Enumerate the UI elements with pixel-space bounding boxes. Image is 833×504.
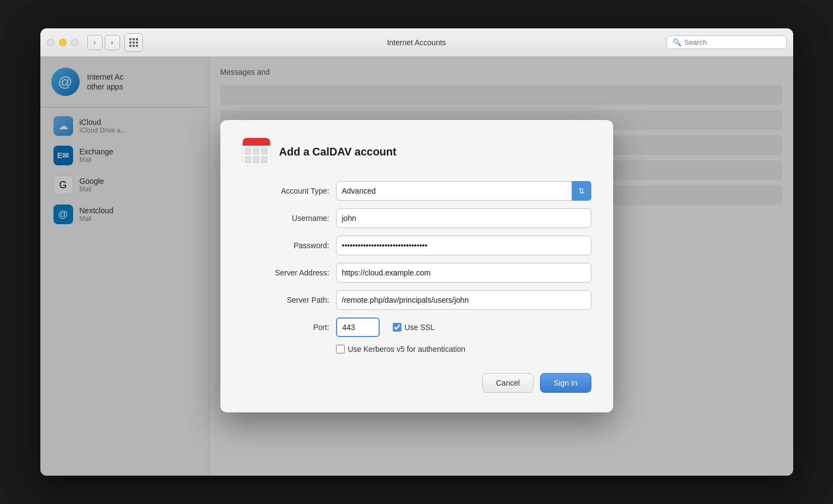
- titlebar: ‹ › Internet Accounts 🔍: [40, 28, 793, 57]
- use-ssl-label: Use SSL: [405, 323, 435, 332]
- account-type-label: Account Type:: [242, 187, 329, 195]
- kerberos-row: Use Kerberos v5 for authentication: [336, 345, 591, 353]
- account-type-select-wrapper: Advanced ⇅: [336, 181, 591, 201]
- server-address-label: Server Address:: [242, 268, 329, 277]
- modal-dialog: Add a CalDAV account Account Type: Advan…: [220, 120, 613, 412]
- username-row: Username:: [242, 208, 591, 228]
- forward-button[interactable]: ›: [105, 35, 120, 50]
- search-input[interactable]: [685, 38, 781, 46]
- username-field[interactable]: [336, 208, 591, 228]
- server-path-row: Server Path:: [242, 290, 591, 310]
- modal-title: Add a CalDAV account: [279, 146, 397, 158]
- calendar-header-bar: [243, 138, 270, 146]
- close-button[interactable]: [47, 39, 55, 46]
- server-address-field[interactable]: [336, 263, 591, 283]
- form-rows: Account Type: Advanced ⇅ Username: Passw…: [242, 181, 591, 353]
- server-path-label: Server Path:: [242, 296, 329, 304]
- server-address-row: Server Address:: [242, 263, 591, 283]
- ssl-group: Use SSL: [393, 323, 435, 332]
- use-kerberos-checkbox[interactable]: [336, 345, 345, 353]
- username-label: Username:: [242, 214, 329, 223]
- nav-buttons: ‹ ›: [87, 35, 120, 50]
- minimize-button[interactable]: [59, 39, 67, 46]
- use-ssl-checkbox[interactable]: [393, 323, 401, 332]
- modal-buttons: Cancel Sign In: [242, 373, 591, 393]
- calendar-icon: [242, 137, 271, 166]
- back-button[interactable]: ‹: [87, 35, 103, 50]
- signin-button[interactable]: Sign In: [540, 373, 591, 393]
- use-kerberos-label: Use Kerberos v5 for authentication: [348, 345, 466, 353]
- grid-icon: [129, 38, 138, 47]
- cancel-button[interactable]: Cancel: [482, 373, 534, 393]
- window-title: Internet Accounts: [387, 38, 446, 47]
- grid-view-button[interactable]: [124, 33, 143, 52]
- main-content: @ Internet Acother apps ☁ iCloud iCloud …: [40, 57, 793, 476]
- modal-overlay: Add a CalDAV account Account Type: Advan…: [40, 57, 793, 476]
- search-bar[interactable]: 🔍: [667, 35, 787, 49]
- port-field[interactable]: [336, 317, 380, 337]
- traffic-lights: [47, 39, 79, 46]
- password-field[interactable]: [336, 236, 591, 255]
- port-ssl-row: Port: Use SSL: [242, 317, 591, 337]
- server-path-field[interactable]: [336, 290, 591, 310]
- search-icon: 🔍: [673, 38, 681, 46]
- password-label: Password:: [242, 241, 329, 250]
- main-window: ‹ › Internet Accounts 🔍 @ Internet Acoth…: [40, 28, 793, 476]
- zoom-button[interactable]: [71, 39, 79, 46]
- calendar-body: [243, 146, 270, 165]
- account-type-row: Account Type: Advanced ⇅: [242, 181, 591, 201]
- password-row: Password:: [242, 236, 591, 255]
- modal-header: Add a CalDAV account: [242, 137, 591, 166]
- account-type-select[interactable]: Advanced: [336, 181, 591, 201]
- port-label: Port:: [242, 323, 329, 332]
